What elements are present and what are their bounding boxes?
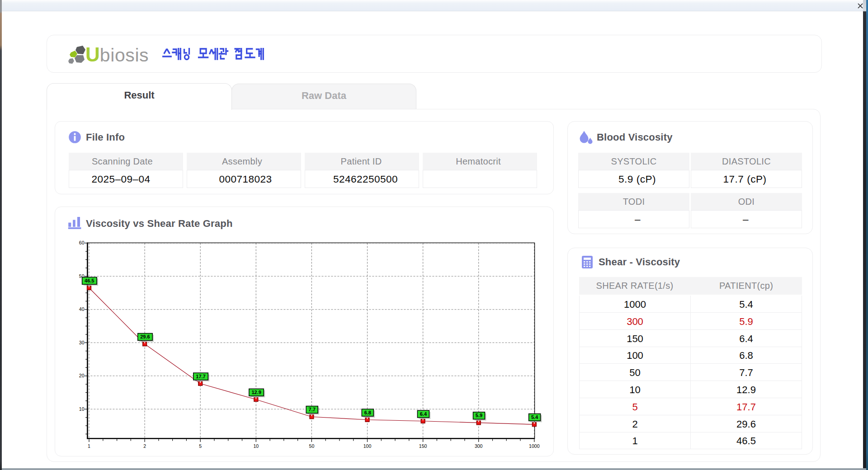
svg-text:40: 40 [79,306,85,312]
svg-text:5: 5 [199,443,202,449]
svg-text:12.9: 12.9 [251,390,261,395]
svg-text:46.5: 46.5 [85,278,94,283]
svg-text:2: 2 [143,443,146,449]
svg-text:17.7: 17.7 [196,374,205,379]
svg-text:1000: 1000 [529,443,540,449]
svg-text:6.8: 6.8 [364,410,371,415]
svg-text:5.4: 5.4 [531,414,538,420]
svg-text:6.4: 6.4 [420,411,427,417]
svg-text:29.6: 29.6 [140,334,150,339]
svg-text:5.9: 5.9 [476,413,482,418]
svg-text:10: 10 [253,443,259,449]
svg-text:100: 100 [363,443,372,449]
svg-text:7.7: 7.7 [309,407,316,412]
svg-text:300: 300 [475,443,483,449]
svg-text:20: 20 [79,373,85,378]
svg-text:30: 30 [79,340,85,345]
svg-text:150: 150 [419,443,427,449]
svg-text:10: 10 [79,406,85,412]
svg-text:60: 60 [79,240,85,245]
svg-text:50: 50 [309,443,315,449]
svg-text:1: 1 [88,443,90,449]
